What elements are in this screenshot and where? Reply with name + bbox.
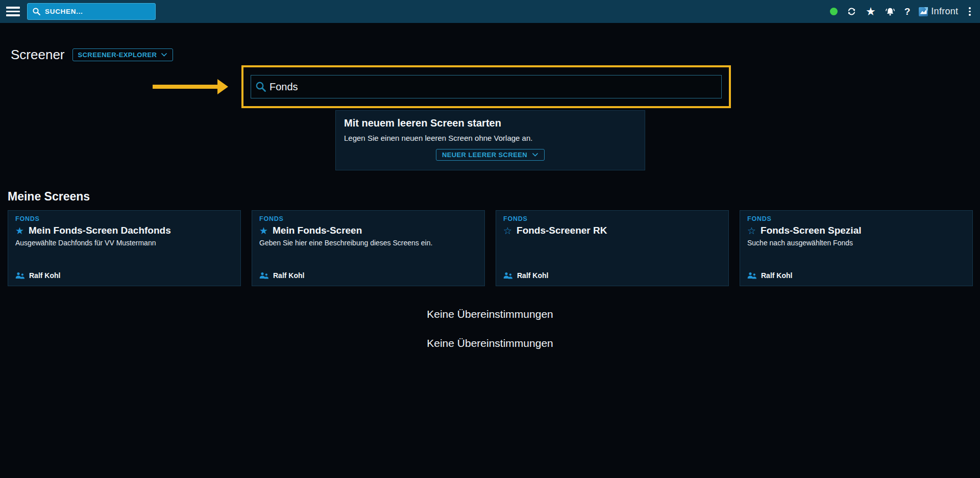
favorite-star-icon[interactable]: ★ xyxy=(15,226,24,236)
infront-logo: Infront xyxy=(919,6,958,17)
favorite-star-icon[interactable]: ☆ xyxy=(503,226,512,236)
favorite-star-icon[interactable]: ★ xyxy=(259,226,268,236)
new-empty-screen-label: NEUER LEERER SCREEN xyxy=(442,151,527,159)
screen-author-name: Ralf Kohl xyxy=(761,271,792,280)
page-header: Screener SCREENER-EXPLORER xyxy=(11,47,173,63)
shared-users-icon xyxy=(15,272,25,279)
page-title: Screener xyxy=(11,47,65,63)
new-empty-screen-button[interactable]: NEUER LEERER SCREEN xyxy=(436,149,545,161)
search-icon xyxy=(255,81,267,93)
hamburger-bar xyxy=(6,14,20,16)
new-screen-panel: Mit neuem leeren Screen starten Legen Si… xyxy=(335,110,645,170)
my-screens-heading: Meine Screens xyxy=(8,190,90,204)
refresh-icon[interactable] xyxy=(846,6,857,17)
connection-status-icon xyxy=(830,8,838,15)
screen-author: Ralf Kohl xyxy=(747,271,965,280)
hamburger-menu-icon[interactable] xyxy=(6,7,20,16)
screen-author: Ralf Kohl xyxy=(503,271,721,280)
screen-title: Fonds-Screener RK xyxy=(517,225,607,236)
global-search[interactable] xyxy=(27,3,156,20)
panel-title: Mit neuem leeren Screen starten xyxy=(344,117,636,129)
screener-explorer-button[interactable]: SCREENER-EXPLORER xyxy=(72,48,174,61)
chevron-down-icon xyxy=(532,153,538,157)
screen-category: FONDS xyxy=(15,215,233,222)
screen-author: Ralf Kohl xyxy=(15,271,233,280)
shared-users-icon xyxy=(747,272,757,279)
screen-card[interactable]: FONDS ☆ Fonds-Screener RK Ralf Kohl xyxy=(496,210,729,286)
topbar-actions: ★ ? xyxy=(830,6,973,17)
screen-category: FONDS xyxy=(747,215,965,222)
tutorial-arrow xyxy=(153,79,228,94)
panel-button-row: NEUER LEERER SCREEN xyxy=(344,149,636,161)
screener-page: ★ ? xyxy=(0,0,980,478)
arrow-head xyxy=(217,79,228,94)
screen-title-row: ★ Mein Fonds-Screen xyxy=(259,225,477,236)
screen-author-name: Ralf Kohl xyxy=(517,271,548,280)
shared-users-icon xyxy=(503,272,513,279)
screen-description xyxy=(503,239,721,247)
screen-author-name: Ralf Kohl xyxy=(273,271,304,280)
hamburger-bar xyxy=(6,11,20,13)
screen-title-row: ★ Mein Fonds-Screen Dachfonds xyxy=(15,225,233,236)
no-matches-message: Keine Übereinstimmungen xyxy=(0,337,980,349)
arrow-line xyxy=(153,85,217,89)
screen-search-input[interactable] xyxy=(251,75,722,98)
notifications-bell-icon[interactable] xyxy=(885,6,896,17)
panel-description: Legen Sie einen neuen leeren Screen ohne… xyxy=(344,134,636,142)
screen-card[interactable]: FONDS ☆ Fonds-Screen Spezial Suche nach … xyxy=(740,210,973,286)
no-matches-message: Keine Übereinstimmungen xyxy=(0,308,980,320)
brand-name: Infront xyxy=(931,6,958,17)
screen-card[interactable]: FONDS ★ Mein Fonds-Screen Dachfonds Ausg… xyxy=(8,210,241,286)
screen-card[interactable]: FONDS ★ Mein Fonds-Screen Geben Sie hier… xyxy=(252,210,485,286)
screen-title: Mein Fonds-Screen xyxy=(273,225,362,236)
screen-description: Suche nach ausgewählten Fonds xyxy=(747,239,965,247)
my-screens-card-row: FONDS ★ Mein Fonds-Screen Dachfonds Ausg… xyxy=(8,210,973,286)
screen-author-name: Ralf Kohl xyxy=(29,271,60,280)
screen-author: Ralf Kohl xyxy=(259,271,477,280)
screen-category: FONDS xyxy=(259,215,477,222)
screen-description: Ausgewählte Dachfonds für VV Mustermann xyxy=(15,239,233,247)
search-icon xyxy=(32,7,41,16)
screener-explorer-label: SCREENER-EXPLORER xyxy=(78,51,157,59)
screen-title-row: ☆ Fonds-Screen Spezial xyxy=(747,225,965,236)
shared-users-icon xyxy=(259,272,269,279)
help-icon[interactable]: ? xyxy=(904,6,911,17)
infront-logo-icon xyxy=(919,7,928,16)
global-search-input[interactable] xyxy=(28,4,155,19)
favorites-star-icon[interactable]: ★ xyxy=(866,6,876,17)
chevron-down-icon xyxy=(161,53,167,57)
screen-description: Geben Sie hier eine Beschreibung dieses … xyxy=(259,239,477,247)
tutorial-highlight-box xyxy=(241,65,731,108)
screen-title: Fonds-Screen Spezial xyxy=(761,225,861,236)
screen-search-field[interactable] xyxy=(251,75,722,98)
overflow-menu-icon[interactable] xyxy=(967,6,973,17)
screen-title-row: ☆ Fonds-Screener RK xyxy=(503,225,721,236)
favorite-star-icon[interactable]: ☆ xyxy=(747,226,756,236)
screen-title: Mein Fonds-Screen Dachfonds xyxy=(29,225,171,236)
screen-category: FONDS xyxy=(503,215,721,222)
topbar: ★ ? xyxy=(0,0,980,23)
hamburger-bar xyxy=(6,7,20,9)
